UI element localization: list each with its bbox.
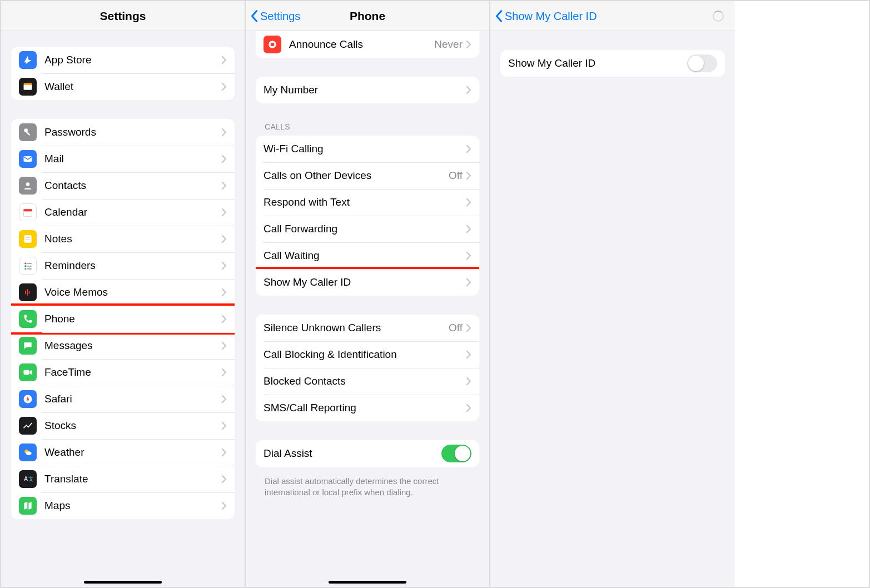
safari-icon (19, 390, 37, 408)
row-label: Show My Caller ID (508, 57, 687, 69)
svg-point-11 (24, 262, 26, 264)
row-maps[interactable]: Maps (11, 492, 235, 519)
row-label: Translate (44, 473, 221, 485)
svg-rect-18 (27, 289, 28, 296)
app-store-icon (19, 51, 37, 69)
contacts-icon (19, 177, 37, 195)
chevron-right-icon (466, 323, 471, 332)
row-label: Respond with Text (264, 196, 466, 208)
back-to-phone[interactable]: Show My Caller ID (495, 1, 597, 31)
disclosure-chevron-icon (221, 208, 227, 217)
row-weather[interactable]: Weather (11, 439, 235, 466)
home-indicator (329, 581, 406, 584)
row-label: App Store (44, 54, 221, 66)
dial-assist-toggle[interactable] (441, 445, 471, 462)
svg-point-31 (271, 43, 275, 47)
chevron-left-icon (250, 9, 258, 23)
row-phone[interactable]: Phone (11, 306, 235, 332)
show-caller-id-toggle-toggle[interactable] (687, 54, 717, 72)
row-translate[interactable]: A文Translate (11, 466, 235, 492)
wallet-icon (19, 78, 37, 96)
row-show-caller-id-toggle[interactable]: Show My Caller ID (500, 50, 725, 77)
disclosure-chevron-icon (466, 403, 471, 412)
row-my-number[interactable]: My Number (256, 77, 479, 103)
passwords-icon (19, 123, 37, 141)
dial-assist-footer: Dial assist automatically determines the… (256, 471, 479, 499)
row-calls-other[interactable]: Calls on Other DevicesOff (256, 162, 479, 189)
chevron-right-icon (466, 198, 471, 207)
row-stocks[interactable]: Stocks (11, 412, 235, 439)
row-calendar[interactable]: Calendar (11, 199, 235, 226)
row-safari[interactable]: Safari (11, 386, 235, 412)
notes-icon (19, 230, 37, 248)
row-label: Reminders (44, 260, 221, 272)
row-wallet[interactable]: Wallet (11, 73, 235, 100)
chevron-right-icon (221, 128, 227, 137)
row-passwords[interactable]: Passwords (11, 119, 235, 146)
row-label: Mail (44, 153, 221, 165)
row-call-fwd[interactable]: Call Forwarding (256, 216, 479, 242)
chevron-right-icon (221, 208, 227, 217)
row-blocked[interactable]: Blocked Contacts (256, 368, 479, 395)
row-label: Call Waiting (264, 250, 466, 262)
disclosure-chevron-icon (221, 181, 227, 190)
row-label: Safari (44, 393, 221, 405)
disclosure-chevron-icon (466, 278, 471, 287)
disclosure-chevron-icon (466, 251, 471, 260)
disclosure-chevron-icon (221, 235, 227, 243)
disclosure-chevron-icon (221, 421, 227, 430)
row-dial-assist[interactable]: Dial Assist (256, 440, 479, 467)
row-label: Wi-Fi Calling (264, 143, 466, 155)
disclosure-chevron-icon (221, 82, 227, 91)
svg-rect-4 (24, 156, 32, 162)
chevron-right-icon (221, 421, 227, 430)
settings-pane: Settings App StoreWallet PasswordsMailCo… (1, 1, 246, 587)
row-contacts[interactable]: Contacts (11, 172, 235, 199)
row-messages[interactable]: Messages (11, 332, 235, 359)
disclosure-chevron-icon (221, 448, 227, 457)
disclosure-chevron-icon (221, 315, 227, 323)
row-label: Call Blocking & Identification (264, 348, 466, 361)
settings-scroll[interactable]: App StoreWallet PasswordsMailContactsCal… (1, 31, 245, 587)
row-label: Passwords (44, 126, 221, 138)
row-label: Calendar (44, 206, 221, 218)
row-app-store[interactable]: App Store (11, 47, 235, 73)
row-sms-report[interactable]: SMS/Call Reporting (256, 395, 479, 421)
weather-icon (19, 444, 37, 461)
svg-rect-8 (24, 235, 31, 242)
row-facetime[interactable]: FaceTime (11, 359, 235, 386)
disclosure-chevron-icon (466, 350, 471, 359)
row-respond-text[interactable]: Respond with Text (256, 189, 479, 216)
row-announce[interactable]: Announce CallsNever (256, 31, 479, 58)
phone-group-mynumber: My Number (256, 77, 479, 103)
chevron-right-icon (221, 288, 227, 297)
row-caller-id[interactable]: Show My Caller ID (256, 269, 479, 296)
row-mail[interactable]: Mail (11, 146, 235, 172)
caller-id-scroll[interactable]: Show My Caller ID (490, 31, 735, 587)
row-call-block-id[interactable]: Call Blocking & Identification (256, 341, 479, 368)
row-notes[interactable]: Notes (11, 226, 235, 252)
row-label: Announce Calls (289, 38, 434, 51)
caller-id-navbar: Show My Caller ID (490, 1, 735, 31)
row-silence-unknown[interactable]: Silence Unknown CallersOff (256, 315, 479, 341)
disclosure-chevron-icon (466, 171, 471, 180)
row-call-waiting[interactable]: Call Waiting (256, 242, 479, 269)
disclosure-chevron-icon (221, 261, 227, 270)
chevron-right-icon (221, 82, 227, 91)
phone-title: Phone (350, 9, 385, 23)
row-label: Blocked Contacts (264, 375, 466, 387)
svg-rect-0 (24, 84, 32, 90)
chevron-right-icon (221, 315, 227, 323)
phone-scroll[interactable]: Announce CallsNever My Number CALLS Wi-F… (246, 31, 489, 587)
chevron-right-icon (466, 144, 471, 153)
chevron-right-icon (466, 403, 471, 412)
svg-text:文: 文 (28, 476, 33, 482)
row-voicememos[interactable]: Voice Memos (11, 279, 235, 306)
chevron-right-icon (466, 377, 471, 386)
back-to-settings[interactable]: Settings (250, 1, 300, 31)
stocks-icon (19, 417, 37, 435)
row-label: SMS/Call Reporting (264, 402, 466, 414)
row-reminders[interactable]: Reminders (11, 252, 235, 279)
row-wifi-calling[interactable]: Wi-Fi Calling (256, 136, 479, 162)
chevron-right-icon (221, 235, 227, 243)
